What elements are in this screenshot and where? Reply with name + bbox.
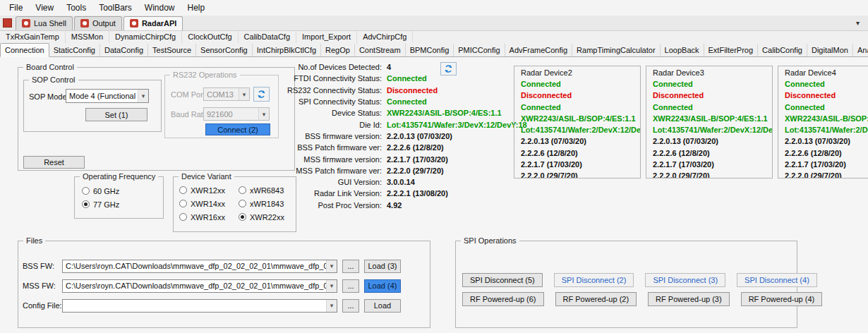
rf-powered-up-6-button[interactable]: RF Powered-up (6) — [462, 292, 544, 306]
radar-studio-window: FileViewToolsToolBarsWindowHelp Lua Shel… — [0, 0, 868, 333]
mss-fw-path-combo[interactable]: C:\Users\royn.CAT\Downloads\mmwave_dfp_0… — [62, 279, 337, 293]
load-3-button[interactable]: Load (3) — [364, 260, 401, 273]
spi-disconnect-3-button[interactable]: SPI Disconnect (3) — [645, 273, 725, 287]
device-status-value: Connected — [521, 78, 640, 90]
spi-disconnect-2-button[interactable]: SPI Disconnect (2) — [554, 273, 634, 287]
dock-tabs: Lua ShellOutputRadarAPI — [16, 15, 184, 30]
load-button[interactable]: Load — [364, 299, 401, 313]
frequency-option-60-ghz[interactable]: 60 GHz — [82, 184, 137, 198]
tab-digitalmon[interactable]: DigitalMon — [807, 44, 853, 56]
tab-advchirpcfg[interactable]: AdvChirpCfg — [357, 31, 413, 43]
tab-clockoutcfg[interactable]: ClockOutCfg — [182, 31, 238, 43]
reset-button[interactable]: Reset — [23, 156, 85, 169]
spi-disconnect-5-button[interactable]: SPI Disconnect (5) — [462, 273, 543, 287]
tab-sensorconfig[interactable]: SensorConfig — [196, 44, 253, 56]
load-4-button[interactable]: Load (4) — [364, 279, 401, 293]
tab-testsource[interactable]: TestSource — [148, 44, 196, 56]
tab-ramptimingcalculator[interactable]: RampTimingCalculator — [572, 44, 660, 56]
bss-fw-path-combo[interactable]: C:\Users\royn.CAT\Downloads\mmwave_dfp_0… — [62, 260, 337, 273]
doc-tab-lua-shell[interactable]: Lua Shell — [16, 16, 73, 30]
radio-xwr16xx — [179, 213, 187, 221]
baud-rate-select: 921600 ▾ — [203, 107, 270, 121]
device-status-value: 2.2.0.13 (07/03/20) — [785, 135, 868, 147]
tab-overflow-button[interactable]: ▾ — [856, 19, 860, 30]
rf-powered-up-3-button[interactable]: RF Powered-up (3) — [648, 292, 730, 306]
rf-powered-up-2-button[interactable]: RF Powered-up (2) — [555, 292, 637, 306]
variant-option-xwr22xx[interactable]: XWR22xx — [239, 210, 294, 224]
menu-item-help[interactable]: Help — [181, 1, 212, 15]
tab-loopback[interactable]: LoopBack — [661, 44, 704, 56]
browse-button[interactable]: ... — [342, 279, 359, 293]
dropdown-arrow-icon: ▾ — [239, 88, 249, 100]
tab-regop[interactable]: RegOp — [321, 44, 355, 56]
sop-mode-select[interactable]: Mode 4 (Functional - S ▾ — [66, 89, 149, 103]
config-file-path-combo[interactable]: ▾ — [62, 299, 337, 313]
tab-advframeconfig[interactable]: AdvFrameConfig — [505, 44, 573, 56]
tab-import-export[interactable]: Import_Export — [296, 31, 357, 43]
status-value-die-id: Lot:4135741/Wafer:3/DevX:12/DevY:18 — [387, 121, 527, 129]
refresh-com-ports-button[interactable] — [253, 87, 270, 102]
device-status-value: Disconnected — [521, 90, 640, 101]
spi-disconnect-4-button[interactable]: SPI Disconnect (4) — [737, 273, 817, 287]
tab-pmicconfig[interactable]: PMICConfig — [454, 44, 505, 56]
tab-calibdatacfg[interactable]: CalibDataCfg — [239, 31, 296, 43]
device-status-value: 2.2.1.7 (17/03/20) — [785, 159, 868, 170]
menu-item-window[interactable]: Window — [138, 1, 181, 15]
variant-option-xwr16xx[interactable]: XWR16xx — [179, 210, 234, 224]
device-status-value: 2.2.2.6 (12/8/20) — [653, 147, 772, 159]
tab-extfilterprog[interactable]: ExtFilterProg — [704, 44, 759, 56]
sop-mode-value: Mode 4 (Functional - S — [66, 92, 138, 100]
tab-calibconfig[interactable]: CalibConfig — [758, 44, 807, 56]
device-title: Radar Device2 — [521, 68, 640, 77]
radio-label: XWR14xx — [191, 200, 225, 208]
com-port-value: COM13 — [204, 90, 239, 99]
variant-option-xwr12xx[interactable]: XWR12xx — [179, 183, 234, 197]
doc-tab-label: Lua Shell — [34, 19, 66, 28]
menu-item-file[interactable]: File — [3, 1, 29, 15]
device-status-value: Disconnected — [785, 90, 868, 101]
tab-staticconfig[interactable]: StaticConfig — [49, 44, 100, 56]
radio-xwr12xx — [179, 186, 187, 194]
device-status-value: Lot:4135741/Wafer:2/DevX: — [785, 124, 868, 135]
com-port-label: COM Port — [171, 90, 205, 99]
menu-item-toolbars[interactable]: ToolBars — [92, 1, 138, 15]
tab-mssmon[interactable]: MSSMon — [66, 31, 109, 43]
status-value-mss-patch-firmware-ver: 2.2.2.0 (29/7/20) — [387, 166, 527, 175]
refresh-icon — [444, 64, 453, 73]
doc-tab-radarapi[interactable]: RadarAPI — [123, 16, 183, 30]
browse-button[interactable]: ... — [342, 299, 359, 313]
tab-analogtxmon[interactable]: AnalogTxMon — [853, 44, 868, 56]
frequency-option-77-ghz[interactable]: 77 GHz — [82, 198, 137, 211]
tab-bpmconfig[interactable]: BPMConfig — [406, 44, 454, 56]
browse-button[interactable]: ... — [342, 260, 359, 273]
tab-dynamicchirpcfg[interactable]: DynamicChirpCfg — [109, 31, 182, 43]
rf-powered-up-4-button[interactable]: RF Powered-up (4) — [741, 292, 823, 306]
status-label-mss-patch-firmware-ver: MSS Patch firmware ver: — [284, 166, 387, 175]
tab-intchirpblkctlcfg[interactable]: IntChirpBlkCtlCfg — [253, 44, 321, 56]
status-value-bss-firmware-version: 2.2.0.13 (07/03/20) — [387, 132, 527, 140]
menu-item-view[interactable]: View — [29, 1, 60, 15]
radio-label: XWR12xx — [191, 186, 225, 195]
status-value-spi-connectivity-status: Connected — [387, 97, 527, 106]
tab-connection[interactable]: Connection — [0, 43, 49, 57]
tab-contstream[interactable]: ContStream — [355, 44, 406, 56]
status-label-gui-version: GUI Version: — [284, 178, 387, 186]
tab-txrxgaintemp[interactable]: TxRxGainTemp — [0, 31, 66, 43]
radio-60-ghz — [82, 187, 90, 195]
connect-button[interactable]: Connect (2) — [205, 123, 270, 135]
doc-tab-output[interactable]: Output — [74, 16, 122, 30]
device-status-value: 2.2.2.0 (29/7/20) — [521, 170, 640, 178]
spi-operations-title: SPI Operations — [461, 236, 519, 246]
status-label-rs232-connectivity-status: RS232 Connectivity Status: — [284, 86, 387, 95]
refresh-devices-button[interactable] — [440, 62, 457, 75]
radio-label: XWR22xx — [250, 213, 284, 222]
status-label-device-status: Device Status: — [284, 109, 387, 117]
status-value-bss-patch-firmware-ver: 2.2.2.6 (12/8/20) — [387, 143, 527, 152]
tab-dataconfig[interactable]: DataConfig — [100, 44, 148, 56]
dropdown-arrow-icon: ▾ — [326, 260, 337, 272]
device-status-value: Connected — [653, 102, 772, 113]
menu-item-tools[interactable]: Tools — [60, 1, 92, 15]
variant-option-xwr14xx[interactable]: XWR14xx — [179, 197, 234, 210]
set-button[interactable]: Set (1) — [85, 108, 147, 121]
device-status-value: 2.2.2.0 (29/7/20) — [785, 170, 868, 178]
